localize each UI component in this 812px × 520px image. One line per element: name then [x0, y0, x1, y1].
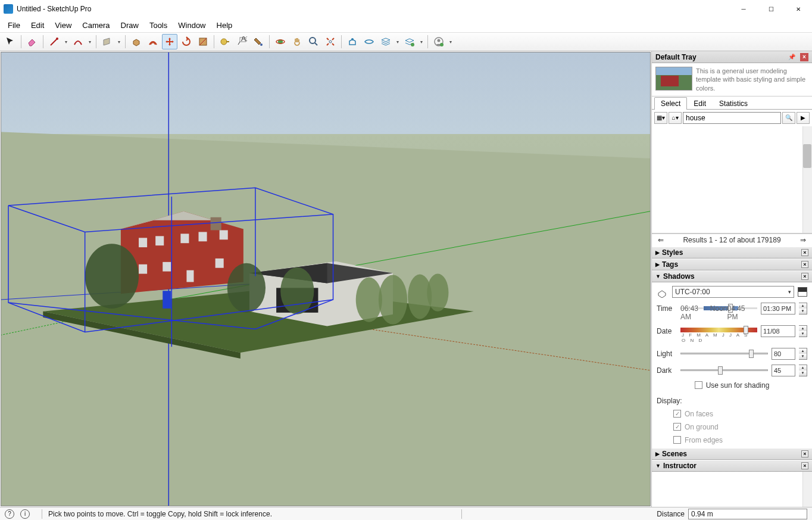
sun-checkbox[interactable] [695, 381, 702, 389]
results-prev-icon[interactable]: ⇐ [655, 236, 666, 244]
info-icon[interactable]: i [20, 509, 30, 519]
offset-tool-icon[interactable] [145, 34, 161, 49]
light-slider[interactable] [680, 349, 768, 359]
results-scroll-thumb[interactable] [803, 144, 811, 168]
rect-dropdown-icon[interactable]: ▾ [116, 39, 122, 45]
svg-rect-48 [163, 291, 171, 309]
orbit-tool-icon[interactable] [273, 34, 288, 49]
date-value[interactable]: 11/08 [761, 325, 795, 337]
menu-help[interactable]: Help [211, 19, 238, 32]
tape-tool-icon[interactable] [217, 34, 233, 49]
arc-tool-icon[interactable] [70, 34, 86, 49]
results-nav: ⇐ Results 1 - 12 of about 179189 ⇒ [652, 233, 812, 247]
pushpull-tool-icon[interactable] [129, 34, 144, 49]
panel-scenes[interactable]: ▶Scenes× [652, 448, 812, 460]
results-next-icon[interactable]: ⇒ [798, 236, 808, 244]
menu-tools[interactable]: Tools [144, 19, 173, 32]
tags-close-icon[interactable]: × [801, 261, 808, 268]
shadow-display-toggle-icon[interactable] [798, 287, 807, 297]
menu-view[interactable]: View [49, 19, 77, 32]
date-slider[interactable]: J F M A M J J A S O N D [680, 326, 757, 337]
layers-dropdown-icon[interactable]: ▾ [395, 39, 401, 45]
default-tray: Default Tray 📌 × This is a general user … [651, 51, 812, 507]
tray-title: Default Tray [655, 53, 697, 61]
tray-close-icon[interactable]: × [800, 53, 808, 61]
warehouse-tool-icon[interactable] [345, 34, 360, 49]
tab-edit[interactable]: Edit [687, 97, 713, 110]
select-tool-icon[interactable] [2, 34, 18, 49]
styles-close-icon[interactable]: × [801, 249, 808, 256]
paint-tool-icon[interactable] [251, 34, 266, 49]
results-count: Results 1 - 12 of about 179189 [666, 236, 798, 244]
account-icon[interactable] [431, 34, 446, 49]
advanced-icon[interactable]: ▶ [797, 112, 810, 124]
shadows-close-icon[interactable]: × [801, 273, 808, 280]
zoom-extents-tool-icon[interactable] [323, 34, 338, 49]
light-spinner[interactable]: ▲▼ [799, 348, 807, 360]
text-tool-icon[interactable]: A1 [234, 34, 249, 49]
shadow-toggle-icon[interactable] [657, 286, 669, 298]
light-value[interactable]: 80 [772, 348, 795, 360]
search-icon[interactable]: 🔍 [782, 112, 795, 124]
extension-tool-icon[interactable] [361, 34, 377, 49]
rectangle-tool-icon[interactable] [99, 34, 115, 49]
menu-draw[interactable]: Draw [115, 19, 144, 32]
results-area[interactable] [652, 126, 812, 233]
time-value[interactable]: 01:30 PM [761, 303, 795, 315]
faces-checkbox[interactable]: ✓ [673, 410, 681, 418]
zoom-tool-icon[interactable] [306, 34, 321, 49]
time-slider[interactable]: 06:43 AMNoon04:45 PM [680, 303, 757, 314]
instructor-scrollbar[interactable] [802, 472, 812, 507]
display-label: Display: [657, 397, 807, 405]
timezone-select[interactable]: UTC-07:00▾ [672, 286, 794, 298]
layers-tool-icon[interactable] [378, 34, 393, 49]
arc-dropdown-icon[interactable]: ▾ [87, 39, 93, 45]
menu-edit[interactable]: Edit [26, 19, 49, 32]
layers-add-icon[interactable] [402, 34, 417, 49]
home-icon[interactable]: ⌂▾ [669, 112, 682, 124]
menu-camera[interactable]: Camera [77, 19, 115, 32]
style-thumbnail[interactable] [655, 67, 692, 91]
panel-instructor[interactable]: ▼Instructor× [652, 460, 812, 472]
scenes-close-icon[interactable]: × [801, 450, 808, 457]
eraser-tool-icon[interactable] [24, 34, 40, 49]
line-tool-icon[interactable] [46, 34, 62, 49]
layers2-dropdown-icon[interactable]: ▾ [419, 39, 424, 45]
panel-tags[interactable]: ▶Tags× [652, 259, 812, 270]
menu-window[interactable]: Window [173, 19, 211, 32]
date-spinner[interactable]: ▲▼ [799, 325, 807, 337]
svg-rect-31 [139, 238, 147, 247]
scale-tool-icon[interactable] [195, 34, 211, 49]
instructor-close-icon[interactable]: × [801, 462, 808, 469]
dark-value[interactable]: 45 [772, 365, 795, 376]
menu-file[interactable]: File [2, 19, 26, 32]
panel-shadows[interactable]: ▼Shadows× [652, 270, 812, 282]
pan-tool-icon[interactable] [289, 34, 305, 49]
account-dropdown-icon[interactable]: ▾ [448, 39, 454, 45]
tab-statistics[interactable]: Statistics [713, 97, 754, 110]
search-input[interactable] [683, 112, 781, 124]
maximize-button[interactable]: ☐ [757, 0, 785, 18]
date-label: Date [657, 327, 677, 335]
results-scrollbar[interactable] [802, 126, 812, 233]
panel-styles[interactable]: ▶Styles× [652, 247, 812, 259]
ground-checkbox[interactable]: ✓ [673, 423, 681, 431]
edges-checkbox[interactable] [673, 436, 681, 444]
tray-header[interactable]: Default Tray 📌 × [652, 51, 812, 63]
dark-spinner[interactable]: ▲▼ [799, 365, 807, 376]
dark-slider[interactable] [680, 366, 768, 375]
help-icon[interactable]: ? [5, 509, 14, 519]
svg-point-43 [356, 278, 382, 322]
rotate-tool-icon[interactable] [179, 34, 194, 49]
minimize-button[interactable]: ─ [730, 0, 757, 18]
3d-viewport[interactable] [1, 52, 651, 506]
time-spinner[interactable]: ▲▼ [799, 303, 807, 315]
distance-value[interactable]: 0.94 m [688, 509, 807, 519]
line-dropdown-icon[interactable]: ▾ [63, 39, 69, 45]
view-mode-icon[interactable]: ▦▾ [654, 112, 667, 124]
tab-select[interactable]: Select [654, 97, 687, 110]
move-tool-icon[interactable] [162, 34, 177, 49]
close-button[interactable]: ✕ [785, 0, 812, 18]
dark-label: Dark [657, 366, 677, 375]
pin-icon[interactable]: 📌 [786, 54, 798, 60]
